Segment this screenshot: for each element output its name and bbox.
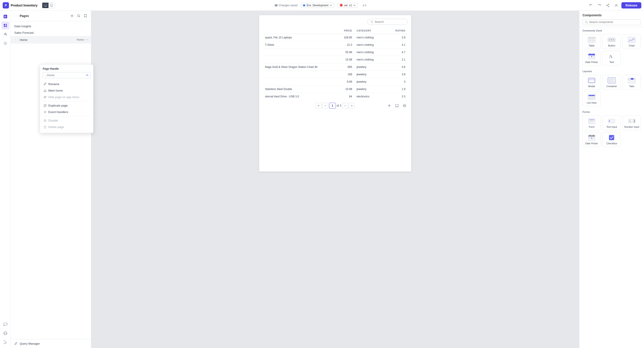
pag-of-label: of — [337, 104, 339, 107]
page-handle-input-wrap[interactable]: ✏ — [43, 72, 90, 78]
env-selector[interactable]: Env Development — [301, 3, 334, 8]
table-cell-rating: 3 — [386, 78, 408, 86]
copy-icon — [44, 104, 46, 107]
comp-item-container[interactable]: Container — [603, 75, 621, 90]
bookmark-pages-btn[interactable] — [82, 13, 88, 19]
svg-rect-80 — [588, 135, 595, 137]
add-page-btn[interactable] — [69, 13, 75, 19]
data-table: PRICE CATEGORY RATING xpack, Fits 15 Lap… — [263, 27, 408, 100]
duplicate-page-menu-item[interactable]: Duplicate page — [43, 102, 90, 109]
query-manager[interactable]: Query Manager — [11, 339, 91, 348]
page-menu-btn[interactable] — [84, 37, 89, 42]
page-handle-input[interactable] — [45, 74, 86, 77]
redo-btn[interactable] — [596, 2, 603, 9]
nav-icon-moon[interactable] — [1, 338, 10, 346]
user-btn[interactable] — [613, 2, 620, 9]
page-item-sales-forecast[interactable]: Sales Forecast — [11, 29, 91, 36]
nav-icon-components[interactable] — [1, 30, 10, 38]
comp-item-text[interactable]: A Text — [603, 51, 621, 65]
col-name-header — [263, 27, 336, 34]
chevron-down-icon-2 — [353, 5, 356, 6]
table-search-row — [263, 19, 408, 25]
canvas-area: PRICE CATEGORY RATING xpack, Fits 15 Lap… — [91, 11, 579, 348]
table-row: 168 jewelery 3.9 — [263, 71, 408, 78]
table-cell-rating: 3.9 — [386, 71, 408, 78]
svg-point-32 — [586, 21, 587, 23]
svg-rect-49 — [591, 56, 592, 57]
disable-icon — [44, 119, 46, 122]
search-pages-btn[interactable] — [76, 13, 82, 19]
pag-total: 2 — [340, 104, 342, 107]
comp-item-checkbox[interactable]: Checkbox — [603, 132, 621, 147]
table-row: xternal Hard Drive - USB 3.0 64 electron… — [263, 93, 408, 100]
date-picker-icon — [587, 53, 596, 60]
pages-header: ⋮⋮ Pages — [11, 11, 91, 21]
comp-item-tabs[interactable]: Tabs — [622, 75, 641, 90]
text-input-icon — [607, 118, 616, 125]
pag-prev-btn[interactable]: ‹ — [322, 103, 328, 109]
share-btn[interactable] — [604, 2, 611, 9]
view-toggle — [42, 2, 55, 8]
svg-rect-57 — [611, 78, 614, 80]
comp-item-chart[interactable]: Chart — [622, 34, 641, 49]
nav-icon-chat[interactable] — [1, 320, 10, 328]
mark-home-menu-item[interactable]: Mark home — [43, 87, 90, 94]
pag-download-btn[interactable] — [394, 103, 400, 109]
ver-selector[interactable]: 🔴 ver v1 — [338, 3, 358, 8]
main-layout: ⋮⋮ Pages Data Insights Sales Forecast — [0, 11, 644, 348]
pag-last-btn[interactable]: » — [349, 103, 355, 109]
table-search-input[interactable] — [374, 20, 404, 23]
comp-item-form[interactable]: Form — [582, 116, 601, 130]
comp-search[interactable] — [582, 19, 641, 25]
undo-btn[interactable] — [588, 2, 594, 9]
comp-search-input[interactable] — [589, 20, 638, 24]
comp-section-layouts: Layouts Modal Container — [580, 68, 644, 108]
edit-icon[interactable]: ✏ — [86, 73, 88, 77]
code-btn[interactable] — [361, 2, 368, 9]
release-button[interactable]: Release — [622, 2, 641, 8]
checkbox-icon — [607, 134, 616, 141]
table-row: 15.99 men's clothing 2.1 — [263, 56, 408, 63]
svg-point-27 — [371, 21, 372, 22]
top-header: P Product Inventory Changes saved Env De… — [0, 0, 644, 11]
table-cell-rating: 3.9 — [386, 34, 408, 41]
comp-item-table[interactable]: Table — [582, 34, 601, 49]
drag-handle-icon: ⋮⋮ — [14, 14, 18, 17]
nav-icon-logo[interactable] — [1, 12, 10, 20]
table-cell-category: men's clothing — [354, 34, 386, 41]
table-cell-category: jewelery — [354, 86, 386, 93]
pag-filter-btn[interactable] — [402, 103, 408, 109]
nav-icon-pages[interactable] — [1, 21, 10, 29]
event-handlers-menu-item[interactable]: Event Handlers — [43, 109, 90, 115]
modal-icon — [587, 77, 596, 84]
page-item-data-insights[interactable]: Data Insights — [11, 23, 91, 29]
table-cell-category: jewelery — [354, 63, 386, 71]
comp-item-modal[interactable]: Modal — [582, 75, 601, 90]
table-search-container[interactable] — [368, 19, 408, 25]
comp-item-list-view[interactable]: List View — [582, 91, 601, 106]
pag-add-btn[interactable] — [386, 103, 392, 109]
svg-point-30 — [404, 105, 404, 105]
pag-next-btn[interactable]: › — [342, 103, 348, 109]
left-nav — [0, 11, 11, 348]
pag-first-btn[interactable]: « — [316, 103, 322, 109]
view-desktop-btn[interactable] — [42, 3, 48, 8]
pagination-row: « ‹ 1 of 2 › » — [263, 100, 408, 109]
rename-menu-item[interactable]: Rename — [43, 81, 90, 87]
table-cell-rating: 4.1 — [386, 41, 408, 49]
table-cell-price: 109.95 — [336, 34, 354, 41]
comp-item-button[interactable]: Button — [603, 34, 621, 49]
svg-rect-53 — [589, 78, 594, 82]
comp-item-date-picker[interactable]: Date Picker — [582, 51, 601, 65]
query-manager-icon — [14, 342, 18, 346]
comp-item-text-input[interactable]: Text Input — [603, 116, 621, 130]
nav-icon-community[interactable] — [1, 329, 10, 337]
comp-item-number-input[interactable]: 1.▲▼ Number Input — [622, 116, 641, 130]
nav-icon-settings[interactable] — [1, 39, 10, 47]
view-mobile-btn[interactable] — [48, 3, 55, 8]
table-row: 55.99 men's clothing 4.7 — [263, 49, 408, 56]
pages-title: Pages — [20, 14, 68, 18]
svg-text:▼: ▼ — [634, 121, 635, 123]
page-item-home[interactable]: ⋮⋮ Home Home — [11, 36, 91, 43]
comp-item-date-picker-2[interactable]: Date Picker — [582, 132, 601, 147]
